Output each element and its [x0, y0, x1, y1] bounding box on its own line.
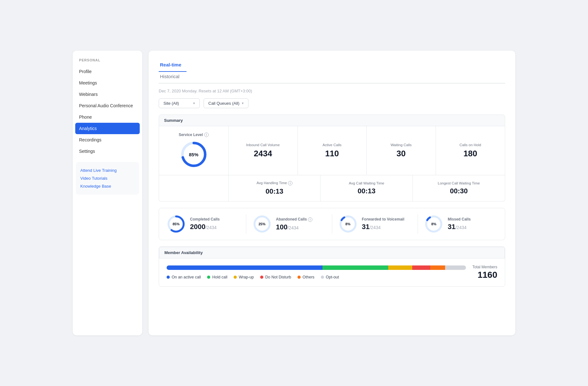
sidebar-item-personal-audio-conference[interactable]: Personal Audio Conference [73, 100, 142, 111]
app-container: PERSONAL ProfileMeetingsWebinarsPersonal… [73, 51, 515, 335]
call-queues-dropdown[interactable]: Call Queues (All) ▾ [204, 98, 248, 108]
metric-label: Calls on Hold [460, 143, 481, 147]
legend-label: Others [303, 275, 315, 279]
bar-segment-on-active-call [167, 265, 322, 270]
site-dropdown[interactable]: Site (All) ▾ [159, 98, 200, 108]
sidebar-item-recordings[interactable]: Recordings [73, 134, 142, 146]
metric-label: Avg Call Waiting Time [349, 181, 384, 185]
sidebar-item-webinars[interactable]: Webinars [73, 89, 142, 100]
availability-body: On an active call Hold call Wrap-up Do N… [159, 258, 505, 286]
legend-label: On an active call [172, 275, 201, 279]
total-members-block: Total Members 1160 [472, 265, 497, 280]
sidebar-link-video-tutorials[interactable]: Video Tutorials [79, 174, 136, 182]
metric-label: Waiting Calls [390, 143, 412, 147]
small-donut: 85% [167, 215, 186, 233]
call-stat-title: Abandoned Calls i [276, 217, 312, 222]
metric-cell-waiting-calls: Waiting Calls 30 [367, 126, 436, 175]
bar-segment-do-not-disturb [412, 265, 430, 270]
metric-cell-calls-on-hold: Calls on Hold 180 [436, 126, 505, 175]
call-stat-count: 2000/2434 [190, 223, 220, 231]
metric-label: Active Calls [322, 143, 341, 147]
info-icon: i [308, 217, 312, 222]
site-dropdown-label: Site (All) [163, 101, 179, 106]
call-stat-info: Abandoned Calls i 100/2434 [276, 217, 312, 231]
small-donut: 8% [424, 215, 443, 233]
call-stat-title: Forwarded to Voicemail [362, 217, 404, 221]
call-stat-info: Missed Calls 31/2434 [448, 217, 471, 231]
availability-flex: On an active call Hold call Wrap-up Do N… [167, 265, 497, 280]
metric-value: 00:30 [450, 187, 468, 195]
bar-segment-hold-call [322, 265, 388, 270]
total-members-label: Total Members [472, 265, 497, 269]
metric-cell-inbound-call-volume: Inbound Call Volume 2434 [229, 126, 298, 175]
service-level-label: Service Level i [179, 133, 209, 137]
call-stat-completed-calls: 85% Completed Calls 2000/2434 [167, 215, 246, 233]
availability-section: Member Availability On an active call Ho… [159, 246, 505, 287]
chevron-down-icon: ▾ [242, 101, 244, 105]
sidebar-item-profile[interactable]: Profile [73, 66, 142, 77]
sidebar: PERSONAL ProfileMeetingsWebinarsPersonal… [73, 51, 142, 335]
call-stat-count: 31/2434 [362, 223, 404, 231]
metric-label: Avg Handling Time i [256, 181, 292, 185]
metric-cell-avg-handling-time: Avg Handling Time i 00:13 [229, 175, 321, 201]
legend-item-others: Others [297, 275, 315, 279]
small-donut: 8% [339, 215, 358, 233]
metric-label: Inbound Call Volume [246, 143, 280, 147]
donut-percent: 8% [431, 222, 436, 226]
metric-value: 2434 [254, 149, 272, 159]
availability-bar-stack [167, 265, 466, 270]
legend-dot [234, 276, 237, 279]
bar-segment-wrap-up [388, 265, 412, 270]
summary-block: Service Level i 85% Inbound Call Volume … [159, 126, 505, 202]
call-stat-info: Completed Calls 2000/2434 [190, 217, 220, 231]
legend-dot [321, 276, 324, 279]
summary-row-1: Service Level i 85% Inbound Call Volume … [159, 126, 505, 175]
small-donut: 25% [253, 215, 272, 233]
legend-dot [260, 276, 263, 279]
main-content: Real-timeHistorical Dec 7, 2020 Monday. … [149, 51, 515, 335]
service-level-donut: 85% [180, 140, 208, 169]
call-stat-missed-calls: 8% Missed Calls 31/2434 [424, 215, 497, 233]
sidebar-item-settings[interactable]: Settings [73, 146, 142, 157]
total-members-value: 1160 [472, 270, 497, 280]
service-level-value: 85% [189, 152, 198, 157]
chevron-down-icon: ▾ [193, 101, 195, 105]
info-icon: i [288, 181, 292, 185]
legend-dot [207, 276, 210, 279]
sidebar-link-attend-live-training[interactable]: Attend Live Training [79, 166, 136, 174]
info-icon: i [204, 133, 209, 137]
metric-cell-avg-call-waiting-time: Avg Call Waiting Time 00:13 [321, 175, 413, 201]
sidebar-links: Attend Live TrainingVideo TutorialsKnowl… [76, 162, 139, 195]
sidebar-item-analytics[interactable]: Analytics [75, 123, 140, 134]
legend-item-do-not-disturb: Do Not Disturb [260, 275, 291, 279]
legend-dot [297, 276, 301, 279]
legend-dot [167, 276, 170, 279]
call-stat-title: Missed Calls [448, 217, 471, 221]
sidebar-link-knowledge-base[interactable]: Knowledge Base [79, 182, 136, 190]
donut-percent: 25% [259, 222, 266, 226]
sidebar-item-phone[interactable]: Phone [73, 111, 142, 123]
legend-label: Hold call [212, 275, 227, 279]
call-queues-dropdown-label: Call Queues (All) [208, 101, 239, 106]
sidebar-item-meetings[interactable]: Meetings [73, 77, 142, 89]
metric-value: 00:13 [358, 187, 375, 195]
bar-segment-opt-out [445, 265, 466, 270]
tab-realtime[interactable]: Real-time [159, 59, 187, 71]
call-stat-forwarded-to-voicemail: 8% Forwarded to Voicemail 31/2434 [339, 215, 418, 233]
donut-percent: 8% [346, 222, 351, 226]
donut-percent: 85% [173, 222, 180, 226]
tab-historical[interactable]: Historical [159, 71, 187, 83]
legend-label: Do Not Disturb [265, 275, 291, 279]
bar-segment-others [430, 265, 445, 270]
legend-item-opt-out: Opt-out [321, 275, 339, 279]
legend-row: On an active call Hold call Wrap-up Do N… [167, 275, 466, 279]
call-stat-count: 31/2434 [448, 223, 471, 231]
legend-item-on-active-call: On an active call [167, 275, 201, 279]
metric-value: 180 [463, 149, 477, 159]
call-stat-total: /2434 [370, 225, 381, 230]
legend-item-hold-call: Hold call [207, 275, 227, 279]
tabs: Real-timeHistorical [159, 59, 505, 84]
legend-item-wrap-up: Wrap-up [234, 275, 254, 279]
metric-cell-active-calls: Active Calls 110 [298, 126, 367, 175]
service-level-cell: Service Level i 85% [159, 126, 229, 175]
